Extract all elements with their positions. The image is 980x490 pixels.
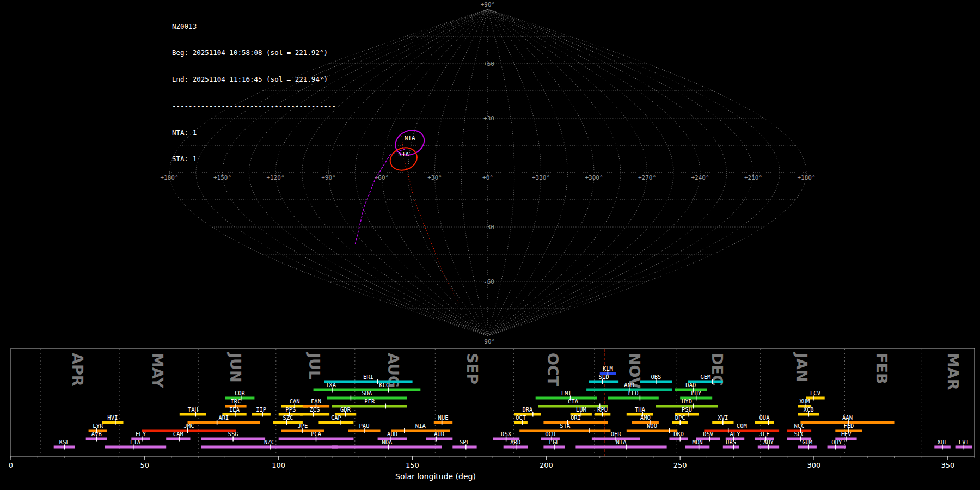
x-tick-label: 50: [140, 461, 150, 469]
shower-bar-SLD: [589, 381, 618, 383]
shower-label-IXA: IXA: [326, 382, 336, 388]
shower-label-DPC: DPC: [675, 414, 685, 421]
shower-label-SZC: SZC: [283, 414, 293, 421]
shower-bar-GUM: [798, 446, 817, 449]
shower-label-QUA: QUA: [759, 414, 770, 421]
shower-label-GEM: GEM: [700, 373, 710, 380]
month-label-OCT: OCT: [544, 353, 561, 387]
shower-label-EHY: EHY: [691, 390, 702, 396]
month-label-JUN: JUN: [227, 352, 244, 383]
shower-bar-JMC: [142, 430, 236, 432]
shower-label-NIA: NIA: [415, 422, 426, 429]
shower-label-GUM: GUM: [802, 439, 812, 445]
month-label-JUL: JUL: [306, 352, 323, 379]
shower-label-OCU: OCU: [545, 431, 555, 437]
shower-label-CAP: CAP: [331, 414, 341, 421]
x-tick-label: 350: [941, 461, 954, 469]
month-label-MAY: MAY: [149, 353, 166, 388]
shower-label-JMC: JMC: [184, 422, 194, 429]
shower-label-IEA: IEA: [229, 406, 240, 413]
shower-label-ELY: ELY: [136, 431, 146, 437]
shower-label-CAM: CAM: [173, 431, 183, 437]
divider: ----------------------------------------: [172, 102, 336, 111]
shower-bar-IIP: [252, 413, 271, 416]
lon-label: +30°: [427, 174, 442, 181]
radiant-label-NTA: NTA: [405, 134, 415, 142]
shower-label-CTA: CTA: [568, 398, 579, 405]
shower-label-EGE: EGE: [549, 439, 560, 445]
radiant-ellipse-NTA: [391, 126, 428, 160]
shower-bar-KCG: [348, 389, 421, 391]
shower-label-PCA: PCA: [311, 431, 322, 437]
shower-label-LMI: LMI: [561, 390, 572, 396]
shower-label-DKD: DKD: [673, 431, 684, 437]
month-label-SEP: SEP: [464, 353, 481, 384]
shower-label-IRC: IRC: [231, 398, 241, 405]
lon-label: +300°: [585, 174, 603, 181]
shower-label-KCG: KCG: [379, 382, 389, 388]
shower-bar-ARI: [188, 421, 260, 424]
shower-label-FED: FED: [843, 422, 854, 429]
shower-label-MON: MON: [693, 439, 703, 445]
x-tick-label: 100: [272, 461, 285, 469]
nta-count: NTA: 1: [172, 128, 336, 137]
shower-label-NCC: NCC: [794, 422, 805, 429]
shower-label-URS: URS: [726, 439, 736, 445]
shower-bar-ARD: [504, 446, 528, 449]
shower-label-NZC: NZC: [264, 439, 274, 445]
shower-label-OBS: OBS: [651, 373, 661, 380]
radiant-label-STA: STA: [398, 151, 409, 158]
shower-label-KSE: KSE: [59, 439, 70, 445]
radiant-drift-trail-STA: [401, 131, 459, 305]
shower-bar-QUA: [755, 421, 774, 424]
shower-label-AMO: AMO: [640, 414, 651, 421]
shower-label-DSV: DSV: [703, 431, 714, 437]
meridian-line: [382, 9, 488, 336]
radiant-drift-trail-NTA: [355, 149, 405, 246]
shower-label-ARD: ARD: [510, 439, 520, 445]
shower-label-SSG: SSG: [228, 431, 238, 437]
shower-bar-LMI: [536, 397, 597, 400]
lon-label: +0°: [482, 174, 493, 181]
meridian-line: [488, 9, 594, 336]
x-tick-label: 150: [406, 461, 419, 469]
shower-bar-MON: [685, 446, 709, 449]
shower-label-ORI: ORI: [571, 414, 581, 421]
shower-label-HVI: HVI: [107, 414, 118, 421]
shower-label-ALY: ALY: [730, 431, 741, 437]
shower-label-COM: COM: [737, 422, 747, 429]
lon-label: +60°: [375, 174, 389, 181]
shower-label-FEV: FEV: [841, 431, 852, 437]
shower-label-PPS: PPS: [285, 406, 296, 413]
shower-label-ZCS: ZCS: [310, 406, 320, 413]
shower-label-AND: AND: [624, 382, 634, 388]
x-tick-label: 0: [9, 461, 13, 469]
sta-count: STA: 1: [172, 155, 336, 163]
shower-bar-ZCS: [300, 413, 329, 416]
station-id: NZ0013: [172, 22, 336, 31]
shower-label-ETA: ETA: [130, 439, 141, 445]
shower-label-OHY: OHY: [831, 439, 842, 445]
lon-label: +240°: [691, 174, 709, 181]
shower-label-TAH: TAH: [188, 406, 198, 413]
observation-info: NZ0013 Beg: 20251104 10:58:08 (sol = 221…: [172, 4, 336, 181]
lon-label: +210°: [744, 174, 762, 181]
shower-bar-NZC: [201, 446, 338, 449]
lat-label: +60: [483, 60, 494, 68]
shower-label-RPU: RPU: [597, 406, 608, 413]
shower-bar-ERI: [324, 381, 412, 383]
shower-label-XUM: XUM: [799, 398, 810, 405]
shower-label-SDA: SDA: [362, 390, 372, 396]
shower-label-PAU: PAU: [359, 422, 370, 429]
lat-label: -30: [483, 224, 494, 231]
shower-label-XVI: XVI: [718, 414, 728, 421]
shower-bar-STA: [519, 430, 610, 432]
shower-label-DRA: DRA: [522, 406, 533, 413]
shower-bar-CAM: [166, 438, 190, 440]
shower-label-DSX: DSX: [501, 431, 512, 437]
shower-label-COR: COR: [235, 390, 246, 396]
shower-label-ERI: ERI: [363, 373, 373, 380]
shower-bar-SPE: [452, 446, 476, 449]
shower-bar-NUE: [434, 421, 452, 424]
shower-label-GDR: GDR: [340, 406, 351, 413]
